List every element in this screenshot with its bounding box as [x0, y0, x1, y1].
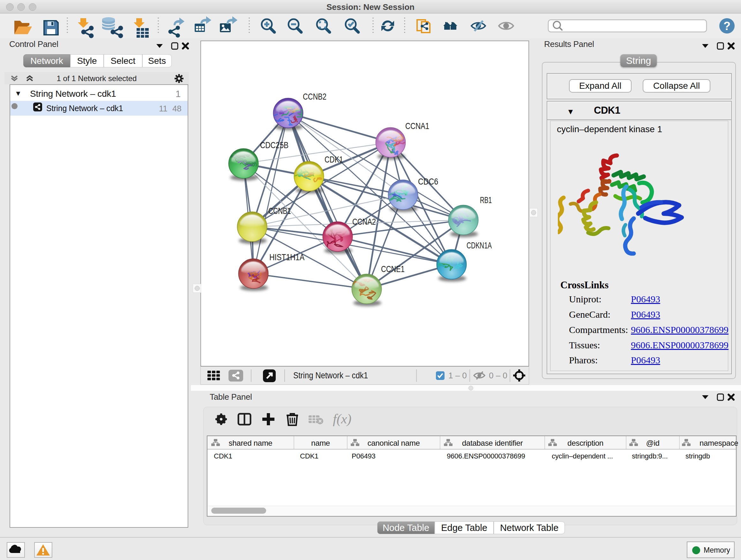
svg-text:CCNE1: CCNE1	[381, 264, 405, 274]
svg-text:CDKN1A: CDKN1A	[467, 240, 492, 250]
svg-text:String Network – cdk1: String Network – cdk1	[293, 371, 368, 380]
svg-text:0 – 0: 0 – 0	[489, 371, 508, 380]
svg-text:CDK1: CDK1	[325, 154, 343, 165]
svg-text:RB1: RB1	[480, 195, 492, 205]
svg-text:CCNB2: CCNB2	[303, 91, 327, 102]
svg-text:CDC25B: CDC25B	[260, 140, 288, 150]
svg-text:CCNA1: CCNA1	[405, 121, 429, 131]
svg-text:CDC6: CDC6	[418, 177, 438, 186]
svg-text:HIST1H1A: HIST1H1A	[269, 252, 305, 262]
svg-text:CCNB1: CCNB1	[268, 206, 291, 216]
svg-text:1 – 0: 1 – 0	[448, 371, 467, 380]
svg-text:f(x): f(x)	[333, 412, 351, 427]
svg-text:CCNA2: CCNA2	[352, 217, 376, 227]
svg-text:?: ?	[724, 19, 731, 33]
